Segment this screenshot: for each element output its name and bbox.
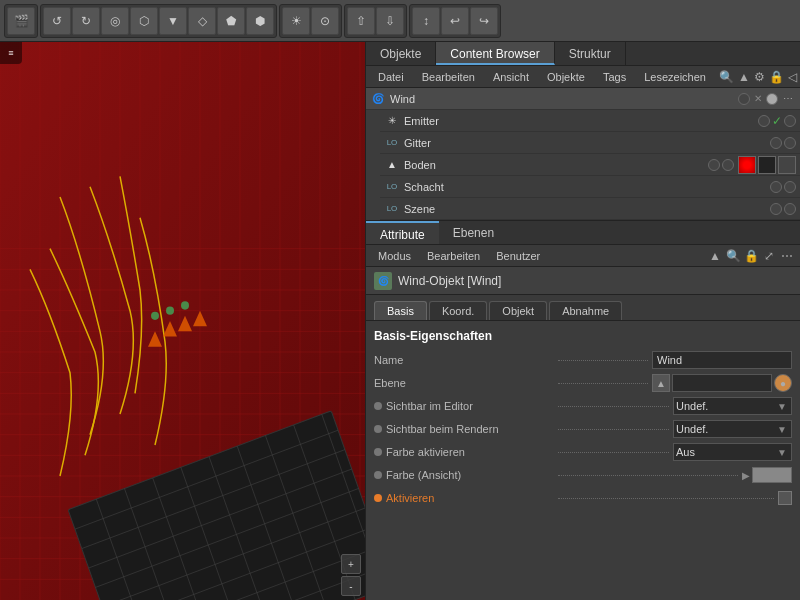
- select-farbe-akt[interactable]: Aus ▼: [673, 443, 792, 461]
- menu-lesezeichen[interactable]: Lesezeichen: [636, 66, 714, 88]
- szene-controls: [770, 203, 796, 215]
- prop-input-name[interactable]: [652, 351, 792, 369]
- attr-expand-icon[interactable]: ⤢: [760, 247, 778, 265]
- tab-objekte[interactable]: Objekte: [366, 42, 436, 65]
- boden-dot1[interactable]: [708, 159, 720, 171]
- attr-tab-attribute[interactable]: Attribute: [366, 221, 439, 244]
- object-row-szene[interactable]: LO Szene: [380, 198, 800, 220]
- object-row-wind[interactable]: 🌀 Wind ✕ ⋯: [366, 88, 800, 110]
- tab-struktur[interactable]: Struktur: [555, 42, 626, 65]
- toolbar-btn-rot[interactable]: ↩: [441, 7, 469, 35]
- toolbar-btn-redo[interactable]: ↻: [72, 7, 100, 35]
- prop-row-sichtbar-editor: Sichtbar im Editor Undef. ▼: [374, 395, 792, 417]
- viewport-label: ≡: [0, 42, 22, 64]
- toolbar-btn-film[interactable]: 🎬: [7, 7, 35, 35]
- schacht-dot1[interactable]: [770, 181, 782, 193]
- toolbar-btn-render[interactable]: ◎: [101, 7, 129, 35]
- toolbar-btn-obj3[interactable]: ◇: [188, 7, 216, 35]
- attr-search-icon[interactable]: 🔍: [724, 247, 742, 265]
- select-arrow-3: ▼: [777, 447, 787, 458]
- toolbar-btn-undo[interactable]: ↺: [43, 7, 71, 35]
- attr-tab-ebenen[interactable]: Ebenen: [439, 221, 508, 244]
- toolbar-btn-up[interactable]: ⇧: [347, 7, 375, 35]
- menu-settings-icon[interactable]: ⚙: [753, 67, 766, 87]
- schacht-dot2[interactable]: [784, 181, 796, 193]
- svg-point-61: [181, 301, 189, 309]
- menu-tags[interactable]: Tags: [595, 66, 634, 88]
- attr-bearbeiten[interactable]: Bearbeiten: [419, 245, 488, 267]
- prop-tab-basis[interactable]: Basis: [374, 301, 427, 320]
- menu-lock-icon[interactable]: 🔒: [768, 67, 785, 87]
- prop-label-aktivieren: Aktivieren: [374, 492, 554, 504]
- attr-lock-icon[interactable]: 🔒: [742, 247, 760, 265]
- farbe-arrow[interactable]: ▶: [742, 470, 750, 481]
- menu-objekte[interactable]: Objekte: [539, 66, 593, 88]
- wind-close[interactable]: ✕: [752, 93, 764, 104]
- toolbar-btn-down[interactable]: ⇩: [376, 7, 404, 35]
- svg-point-59: [151, 312, 159, 320]
- select-sichtbar-render[interactable]: Undef. ▼: [673, 420, 792, 438]
- farbe-color-swatch[interactable]: [752, 467, 792, 483]
- checkbox-aktivieren[interactable]: [778, 491, 792, 505]
- vp-btn-2[interactable]: -: [341, 576, 361, 596]
- prop-tab-abnahme[interactable]: Abnahme: [549, 301, 622, 320]
- level-up-btn[interactable]: ▲: [652, 374, 670, 392]
- prop-row-ebene: Ebene ▲ ●: [374, 372, 792, 394]
- toolbar-btn-obj1[interactable]: ⬡: [130, 7, 158, 35]
- schacht-controls: [770, 181, 796, 193]
- toolbar-group-3: ☀ ⊙: [279, 4, 342, 38]
- attr-benutzer[interactable]: Benutzer: [488, 245, 548, 267]
- toolbar-btn-cam[interactable]: ⊙: [311, 7, 339, 35]
- boden-thumb2: [758, 156, 776, 174]
- viewport-3d[interactable]: ≡ + -: [0, 42, 365, 600]
- menu-arrow-up-icon[interactable]: ▲: [737, 67, 751, 87]
- prop-tab-koord[interactable]: Koord.: [429, 301, 487, 320]
- vp-btn-1[interactable]: +: [341, 554, 361, 574]
- szene-dot1[interactable]: [770, 203, 782, 215]
- wind-dot1[interactable]: [738, 93, 750, 105]
- attr-modus[interactable]: Modus: [370, 245, 419, 267]
- toolbar-group-5: ↕ ↩ ↪: [409, 4, 501, 38]
- level-circle-btn[interactable]: ●: [774, 374, 792, 392]
- gitter-dot2[interactable]: [784, 137, 796, 149]
- prop-row-aktivieren: Aktivieren: [374, 487, 792, 509]
- property-tabs: Basis Koord. Objekt Abnahme: [366, 295, 800, 321]
- emitter-dot2[interactable]: [784, 115, 796, 127]
- menu-search-icon[interactable]: 🔍: [718, 67, 735, 87]
- prop-label-sichtbar-render: Sichtbar beim Rendern: [374, 423, 554, 435]
- attr-arrow-up-icon[interactable]: ▲: [706, 247, 724, 265]
- szene-dot2[interactable]: [784, 203, 796, 215]
- object-row-gitter[interactable]: LO Gitter: [380, 132, 800, 154]
- attr-menu-icon[interactable]: ⋯: [778, 247, 796, 265]
- gitter-label: Gitter: [404, 137, 770, 149]
- gitter-dot1[interactable]: [770, 137, 782, 149]
- toolbar-btn-move[interactable]: ↕: [412, 7, 440, 35]
- boden-thumb1: [738, 156, 756, 174]
- wind-menu-icon[interactable]: ⋯: [780, 91, 796, 107]
- toolbar-btn-obj5[interactable]: ⬢: [246, 7, 274, 35]
- object-row-boden[interactable]: ▲ Boden: [380, 154, 800, 176]
- wind-dot2[interactable]: [766, 93, 778, 105]
- menu-ansicht[interactable]: Ansicht: [485, 66, 537, 88]
- menu-bearbeiten[interactable]: Bearbeiten: [414, 66, 483, 88]
- prop-label-ebene: Ebene: [374, 377, 554, 389]
- toolbar-group-4: ⇧ ⇩: [344, 4, 407, 38]
- tab-content-browser[interactable]: Content Browser: [436, 42, 554, 65]
- szene-icon: LO: [384, 201, 400, 217]
- emitter-dot1[interactable]: [758, 115, 770, 127]
- boden-dot2[interactable]: [722, 159, 734, 171]
- boden-thumbs: [738, 156, 796, 174]
- toolbar-btn-obj4[interactable]: ⬟: [217, 7, 245, 35]
- object-row-emitter[interactable]: ✳ Emitter ✓: [380, 110, 800, 132]
- toolbar-btn-light[interactable]: ☀: [282, 7, 310, 35]
- toolbar-btn-scale[interactable]: ↪: [470, 7, 498, 35]
- select-sichtbar-editor[interactable]: Undef. ▼: [673, 397, 792, 415]
- menu-prev-icon[interactable]: ◁: [787, 67, 798, 87]
- viewport-controls: + -: [341, 554, 361, 596]
- toolbar-btn-obj2[interactable]: ▼: [159, 7, 187, 35]
- prop-tab-objekt[interactable]: Objekt: [489, 301, 547, 320]
- menu-datei[interactable]: Datei: [370, 66, 412, 88]
- main-toolbar: 🎬 ↺ ↻ ◎ ⬡ ▼ ◇ ⬟ ⬢ ☀ ⊙ ⇧ ⇩ ↕ ↩ ↪: [0, 0, 800, 42]
- object-row-schacht[interactable]: LO Schacht: [380, 176, 800, 198]
- prop-label-name: Name: [374, 354, 554, 366]
